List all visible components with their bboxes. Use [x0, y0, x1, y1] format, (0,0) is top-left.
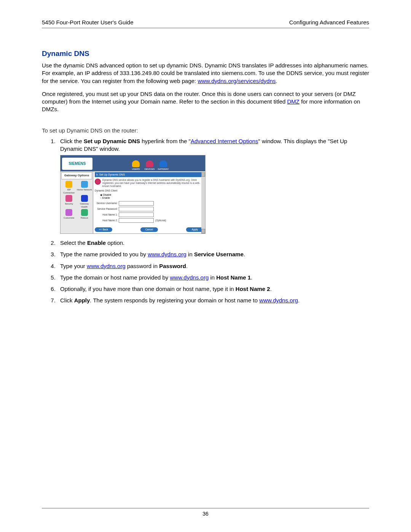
label-host-name-1: Host Name 1:	[95, 213, 119, 217]
step-3: Type the name provided to you by www.dyd…	[57, 251, 369, 258]
radio-enable[interactable]: ○ Enable	[100, 197, 204, 200]
info-icon	[95, 179, 101, 185]
sidebar-item-customize[interactable]: Customize	[61, 209, 77, 219]
header-right: Configuring Advanced Features	[289, 19, 369, 26]
header-left: 5450 Four-Port Router User's Guide	[42, 19, 133, 26]
link-dydns-services[interactable]: www.dydns.org/services/dydns	[198, 78, 276, 84]
radio-disable[interactable]: ◉ Disable	[100, 193, 204, 197]
sidebar-item-home-network[interactable]: Home Network	[77, 181, 92, 194]
link-dmz[interactable]: DMZ	[287, 98, 299, 105]
page-header: 5450 Four-Port Router User's Guide Confi…	[42, 19, 369, 28]
paragraph-1: Use the dynamic DNS advanced option to s…	[42, 62, 369, 85]
scroll-down-icon[interactable]	[201, 229, 205, 233]
input-service-password[interactable]	[119, 207, 154, 211]
label-service-password: Service Password:	[95, 208, 119, 211]
sidebar-item-isp-connection[interactable]: ISP Connection	[61, 181, 77, 194]
tab-gateway[interactable]: GATEWAY	[157, 160, 170, 171]
page-footer: 36	[42, 508, 369, 517]
para1-tail: .	[276, 78, 277, 84]
instruction-lead: To set up Dynamic DNS on the router:	[42, 127, 369, 134]
tab-devices[interactable]: DEVICES	[143, 160, 156, 171]
back-button[interactable]: << Back	[95, 227, 112, 232]
input-service-username[interactable]	[119, 201, 154, 206]
link-dydns-4[interactable]: www.dydns.org	[259, 297, 298, 304]
step-4: Type your www.dydns.org password in Pass…	[57, 262, 369, 270]
sidebar-item-security[interactable]: Security	[61, 195, 77, 208]
panel-description: Dynamic DNS service allows you to regist…	[102, 179, 204, 187]
scroll-up-icon[interactable]	[201, 172, 205, 177]
label-optional: (Optional)	[155, 219, 166, 222]
paragraph-2: Once registered, you must set up your DN…	[42, 90, 369, 113]
screenshot-set-up-dynamic-dns: SIEMENS USERS DEVICES GATEWAY Gateway Op…	[60, 155, 206, 234]
label-host-name-2: Host Name 2:	[95, 219, 119, 222]
sidebar-item-gateway-health[interactable]: Gateway Health	[77, 195, 92, 208]
link-dydns-1[interactable]: www.dydns.org	[148, 251, 186, 257]
scrollbar[interactable]	[201, 172, 205, 233]
sidebar-gateway-options: Gateway Options ISP Connection Home Netw…	[61, 171, 93, 233]
step-2: Select the Enable option.	[57, 239, 369, 247]
link-dydns-2[interactable]: www.dydns.org	[87, 263, 126, 269]
step-5: Type the domain or host name provided by…	[57, 274, 369, 281]
input-host-name-1[interactable]	[119, 212, 154, 217]
page-number: 36	[202, 511, 209, 517]
sidebar-item-reboot[interactable]: Reboot	[77, 209, 92, 219]
step-7: Click Apply. The system responds by regi…	[57, 297, 369, 304]
screenshot-main-panel: b. Set Up Dynamic DNS Dynamic DNS servic…	[93, 171, 205, 233]
steps-list: Click the Set up Dynamic DNS hyperlink f…	[57, 137, 369, 305]
group-label-dns-client: Dynamic DNS Client	[95, 189, 204, 193]
link-dydns-3[interactable]: www.dydns.org	[170, 274, 209, 281]
step-6: Optionally, if you have more than one do…	[57, 285, 369, 293]
input-host-name-2[interactable]	[119, 218, 154, 223]
link-advanced-internet-options[interactable]: Advanced Internet Options	[191, 138, 258, 144]
tab-users[interactable]: USERS	[129, 160, 142, 171]
cancel-button[interactable]: Cancel	[140, 227, 158, 232]
sidebar-title: Gateway Options	[61, 172, 92, 179]
siemens-logo: SIEMENS	[62, 158, 92, 170]
panel-title-bar: b. Set Up Dynamic DNS	[95, 172, 204, 177]
section-title: Dynamic DNS	[42, 50, 369, 58]
label-service-username: Service Username:	[95, 202, 119, 205]
step-1: Click the Set up Dynamic DNS hyperlink f…	[57, 137, 369, 234]
